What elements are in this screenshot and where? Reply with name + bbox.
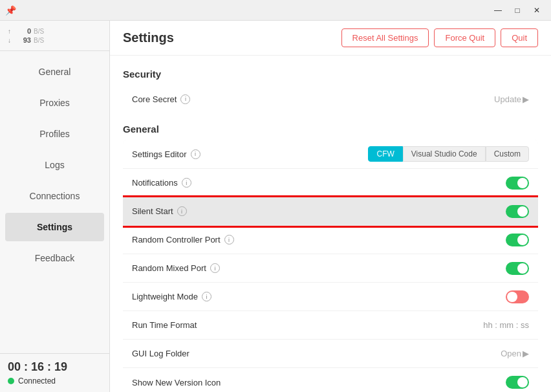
connection-status-label: Connected bbox=[18, 376, 56, 386]
sidebar-item-profiles[interactable]: Profiles bbox=[5, 120, 104, 148]
security-section-title: Security bbox=[123, 69, 538, 80]
maximize-button[interactable]: □ bbox=[508, 3, 526, 17]
runtime-format-label: Run Time Format bbox=[132, 320, 197, 330]
reset-all-settings-button[interactable]: Reset All Settings bbox=[341, 28, 429, 47]
upload-unit: B/S bbox=[34, 28, 44, 35]
page-title: Settings bbox=[123, 30, 174, 45]
core-secret-update-link[interactable]: Update ▶ bbox=[494, 94, 529, 104]
silent-start-row: Silent Start i bbox=[123, 197, 538, 226]
sidebar-item-proxies[interactable]: Proxies bbox=[5, 89, 104, 117]
core-secret-row: Core Secret i Update ▶ bbox=[123, 85, 538, 113]
content-header: Settings Reset All Settings Force Quit Q… bbox=[110, 21, 551, 56]
settings-editor-label: Settings Editor bbox=[132, 149, 187, 159]
clock-display: 00 : 16 : 19 bbox=[8, 360, 102, 374]
notifications-label: Notifications bbox=[132, 178, 178, 188]
runtime-format-value: hh : mm : ss bbox=[483, 320, 529, 330]
editor-btn-vscode[interactable]: Visual Studio Code bbox=[403, 146, 486, 162]
download-unit: B/S bbox=[34, 37, 44, 44]
editor-buttons: CFW Visual Studio Code Custom bbox=[368, 146, 529, 162]
silent-start-label: Silent Start bbox=[132, 206, 173, 216]
close-button[interactable]: ✕ bbox=[528, 3, 546, 17]
sidebar-bottom: 00 : 16 : 19 Connected bbox=[0, 353, 109, 392]
lightweight-row: Lightweight Mode i bbox=[123, 283, 538, 311]
silent-start-label-wrap: Silent Start i bbox=[132, 206, 187, 216]
connection-status: Connected bbox=[8, 376, 102, 386]
silent-start-toggle[interactable] bbox=[506, 205, 529, 218]
settings-editor-row: Settings Editor i CFW Visual Studio Code… bbox=[123, 140, 538, 169]
settings-editor-info-icon[interactable]: i bbox=[191, 149, 200, 159]
lightweight-toggle-knob bbox=[507, 292, 517, 302]
gui-log-row: GUI Log Folder Open ▶ bbox=[123, 340, 538, 368]
random-controller-info-icon[interactable]: i bbox=[224, 235, 234, 245]
download-value: 93 bbox=[16, 36, 31, 44]
core-secret-info-icon[interactable]: i bbox=[180, 94, 190, 104]
header-buttons: Reset All Settings Force Quit Quit bbox=[341, 28, 538, 47]
random-controller-label: Random Controller Port bbox=[132, 235, 221, 245]
random-mixed-label: Random Mixed Port bbox=[132, 263, 206, 273]
lightweight-info-icon[interactable]: i bbox=[202, 292, 211, 301]
gui-log-open-link[interactable]: Open ▶ bbox=[501, 349, 529, 358]
sidebar-item-general[interactable]: General bbox=[5, 58, 104, 86]
notifications-row: Notifications i bbox=[123, 169, 538, 197]
sidebar-stats: ↑ 0 B/S ↓ 93 B/S bbox=[0, 21, 109, 51]
editor-btn-custom[interactable]: Custom bbox=[486, 146, 529, 162]
notifications-toggle[interactable] bbox=[506, 177, 529, 190]
gui-log-label: GUI Log Folder bbox=[132, 349, 189, 358]
random-controller-toggle[interactable] bbox=[506, 234, 529, 246]
silent-start-toggle-knob bbox=[517, 206, 528, 217]
random-mixed-toggle[interactable] bbox=[506, 262, 529, 275]
main-layout: ↑ 0 B/S ↓ 93 B/S General Proxies Profile… bbox=[0, 21, 551, 392]
content-scroll[interactable]: Security Core Secret i Update ▶ General bbox=[110, 56, 551, 392]
minimize-button[interactable]: — bbox=[489, 3, 507, 17]
title-bar: 📌 — □ ✕ bbox=[0, 0, 551, 21]
lightweight-toggle[interactable] bbox=[506, 290, 529, 303]
sidebar-item-logs[interactable]: Logs bbox=[5, 151, 104, 179]
sidebar-item-connections[interactable]: Connections bbox=[5, 182, 104, 210]
core-secret-label-wrap: Core Secret i bbox=[132, 94, 190, 104]
lightweight-label-wrap: Lightweight Mode i bbox=[132, 292, 211, 301]
sidebar-nav: General Proxies Profiles Logs Connection… bbox=[0, 51, 109, 353]
settings-editor-label-wrap: Settings Editor i bbox=[132, 149, 200, 159]
show-version-label: Show New Version Icon bbox=[132, 378, 221, 387]
security-section-card: Core Secret i Update ▶ bbox=[123, 85, 538, 113]
random-mixed-label-wrap: Random Mixed Port i bbox=[132, 263, 220, 273]
sidebar-item-settings[interactable]: Settings bbox=[5, 213, 104, 241]
core-secret-label: Core Secret bbox=[132, 94, 177, 104]
general-section-card: Settings Editor i CFW Visual Studio Code… bbox=[123, 140, 538, 392]
sidebar-item-feedback[interactable]: Feedback bbox=[5, 244, 104, 272]
general-section-title: General bbox=[123, 124, 538, 135]
pin-icon[interactable]: 📌 bbox=[5, 5, 16, 16]
random-controller-row: Random Controller Port i bbox=[123, 226, 538, 254]
show-version-toggle[interactable] bbox=[506, 376, 529, 389]
random-mixed-row: Random Mixed Port i bbox=[123, 254, 538, 283]
status-dot-icon bbox=[8, 378, 14, 384]
upload-value: 0 bbox=[16, 27, 31, 35]
editor-btn-cfw[interactable]: CFW bbox=[368, 146, 402, 162]
notifications-label-wrap: Notifications i bbox=[132, 178, 191, 188]
show-version-row: Show New Version Icon bbox=[123, 368, 538, 392]
lightweight-label: Lightweight Mode bbox=[132, 292, 198, 301]
runtime-format-row: Run Time Format hh : mm : ss bbox=[123, 311, 538, 340]
random-controller-label-wrap: Random Controller Port i bbox=[132, 235, 234, 245]
show-version-label-wrap: Show New Version Icon bbox=[132, 378, 221, 387]
random-controller-toggle-knob bbox=[517, 235, 528, 245]
notifications-toggle-knob bbox=[517, 178, 528, 188]
download-arrow-icon: ↓ bbox=[8, 37, 13, 44]
random-mixed-toggle-knob bbox=[517, 263, 528, 274]
upload-arrow-icon: ↑ bbox=[8, 28, 13, 35]
notifications-info-icon[interactable]: i bbox=[182, 178, 191, 188]
show-version-toggle-knob bbox=[517, 377, 528, 387]
silent-start-info-icon[interactable]: i bbox=[177, 206, 187, 216]
quit-button[interactable]: Quit bbox=[501, 28, 538, 47]
runtime-format-label-wrap: Run Time Format bbox=[132, 320, 197, 330]
gui-log-label-wrap: GUI Log Folder bbox=[132, 349, 189, 358]
content-area: Settings Reset All Settings Force Quit Q… bbox=[110, 21, 551, 392]
force-quit-button[interactable]: Force Quit bbox=[434, 28, 495, 47]
sidebar: ↑ 0 B/S ↓ 93 B/S General Proxies Profile… bbox=[0, 21, 110, 392]
random-mixed-info-icon[interactable]: i bbox=[210, 263, 220, 273]
